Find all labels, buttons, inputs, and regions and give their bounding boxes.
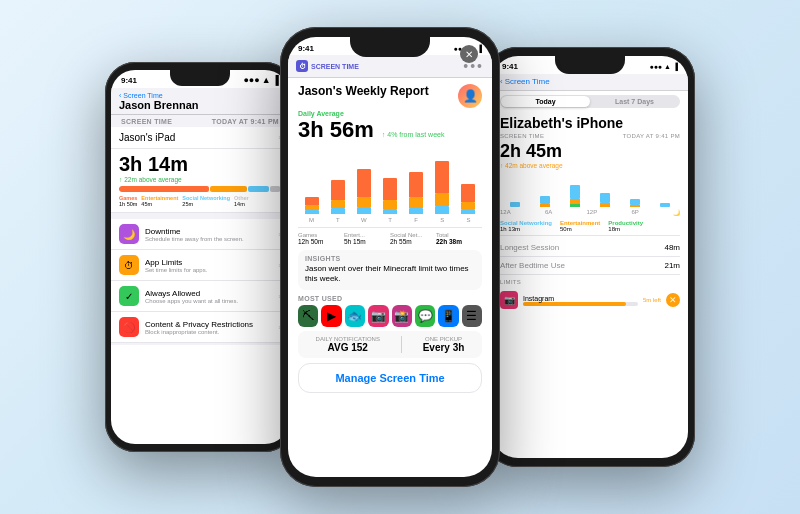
bar-thursday-stack	[378, 178, 401, 214]
close-button[interactable]: ✕	[460, 45, 478, 63]
day-t2: T	[378, 217, 401, 223]
time-12a: 12A	[500, 209, 511, 216]
time-moon-icon: 🌙	[673, 209, 680, 216]
left-nav-bar: ‹ Screen Time Jason Brennan	[111, 88, 289, 115]
app-minecraft: ⛏	[298, 305, 318, 327]
limit-bar-fill	[523, 302, 626, 306]
app-icons-row: ⛏ ▶ 🐟 📷 📸 💬 📱 ☰	[298, 305, 482, 327]
notif-avg-value: AVG 152	[316, 342, 380, 353]
right-bar-6	[651, 203, 680, 207]
right-phone: 9:41 ●●● ▲ ▐ ‹ Screen Time Today Last 7 …	[485, 47, 695, 467]
after-bedtime-value: 21m	[664, 261, 680, 270]
right-bar-seg1	[510, 202, 520, 207]
bar-social	[383, 209, 397, 214]
app-limits-icon: ⏱	[119, 255, 139, 275]
right-bar-seg4	[600, 193, 610, 203]
usage-bar	[119, 186, 281, 192]
stat-ent: Entertainment 50m	[560, 220, 600, 232]
bar-sunday	[457, 184, 480, 214]
right-bar-5	[621, 199, 650, 207]
screen-time-label-text: SCREEN TIME	[311, 63, 359, 70]
daily-avg-row: 3h 56m ↑ 4% from last week	[298, 117, 482, 143]
insights-label: Insights	[305, 255, 475, 262]
content-privacy-icon: 🚫	[119, 317, 139, 337]
bar-wednesday-stack	[352, 169, 375, 214]
bar-ent	[383, 200, 397, 209]
stat-games: Games 12h 50m	[298, 232, 344, 245]
most-used-label: Most Used	[298, 295, 482, 302]
longest-session-label: Longest Session	[500, 243, 559, 252]
center-time: 9:41	[298, 44, 314, 53]
divider	[401, 336, 402, 353]
notifications-row: Daily Notifications AVG 152 One Pickup E…	[298, 331, 482, 358]
bar-social	[331, 208, 345, 214]
day-w: W	[352, 217, 375, 223]
content-privacy-sub: Block inappropriate content.	[145, 329, 272, 335]
always-allowed-text: Always Allowed Choose apps you want at a…	[145, 289, 272, 304]
weekly-title: Jason's Weekly Report	[298, 84, 429, 98]
content-privacy-item[interactable]: 🚫 Content & Privacy Restrictions Block i…	[111, 312, 289, 343]
prod-time: 18m	[608, 226, 643, 232]
left-notch	[170, 70, 230, 86]
pct-change: ↑ 4% from last week	[382, 131, 445, 138]
instagram-limit-item: 📷 Instagram 5m left ✕	[500, 288, 680, 312]
signal-icon: ●●●	[243, 75, 259, 85]
battery-icon: ▐	[673, 63, 678, 70]
left-time: 9:41	[121, 76, 137, 85]
after-bedtime-row: After Bedtime Use 21m	[500, 257, 680, 275]
always-allowed-item[interactable]: ✓ Always Allowed Choose apps you want at…	[111, 281, 289, 312]
pickup-label: One Pickup	[423, 336, 465, 342]
app-limits-text: App Limits Set time limits for apps.	[145, 258, 272, 273]
app-instagram: 📷	[368, 305, 388, 327]
limit-bar-container: Instagram	[523, 295, 638, 306]
elizabeth-time: 2h 45m	[500, 141, 680, 162]
bar-social	[357, 207, 371, 214]
app-limits-item[interactable]: ⏱ App Limits Set time limits for apps. ›	[111, 250, 289, 281]
right-back-button[interactable]: ‹ Screen Time	[500, 77, 680, 86]
downtime-item[interactable]: 🌙 Downtime Schedule time away from the s…	[111, 219, 289, 250]
notif-avg: Daily Notifications AVG 152	[316, 336, 380, 353]
bar-saturday-stack	[431, 161, 454, 214]
ent-label: Entertainment 45m	[141, 195, 178, 207]
right-bar-1	[500, 202, 529, 207]
right-date: Today at 9:41 PM	[623, 133, 680, 139]
chart-days-row: M T W T F S S	[298, 217, 482, 223]
bar-social	[305, 210, 319, 214]
after-bedtime-label: After Bedtime Use	[500, 261, 565, 270]
battery-icon: ▐	[477, 45, 482, 52]
daily-avg-time: 3h 56m	[298, 117, 374, 143]
right-bar-seg5b	[630, 205, 640, 207]
social-time: 1h 13m	[500, 226, 552, 232]
left-phone: 9:41 ●●● ▲ ▐ ‹ Screen Time Jason Brennan…	[105, 62, 295, 452]
bar-games	[461, 184, 475, 202]
right-bar-2	[530, 196, 559, 207]
left-nav-title: Jason Brennan	[119, 99, 281, 111]
segment-last7[interactable]: Last 7 Days	[590, 96, 679, 107]
limits-section: LIMITS 📷 Instagram 5m left ✕	[500, 279, 680, 312]
time-12p: 12P	[587, 209, 598, 216]
settings-section: 🌙 Downtime Schedule time away from the s…	[111, 213, 289, 345]
manage-screen-time-button[interactable]: Manage Screen Time	[298, 363, 482, 393]
left-screen: 9:41 ●●● ▲ ▐ ‹ Screen Time Jason Brennan…	[111, 70, 289, 444]
limits-header: LIMITS	[500, 279, 680, 285]
day-t: T	[326, 217, 349, 223]
weekly-header: Jason's Weekly Report 👤	[298, 84, 482, 108]
bar-games	[383, 178, 397, 200]
phones-container: 9:41 ●●● ▲ ▐ ‹ Screen Time Jason Brennan…	[105, 27, 695, 487]
center-screen: 9:41 ●●● ▲ ▐ ✕ ⏱ SCREEN TIME •••	[288, 37, 492, 477]
app-limits-sub: Set time limits for apps.	[145, 267, 272, 273]
always-allowed-icon: ✓	[119, 286, 139, 306]
weekly-chart	[298, 149, 482, 214]
battery-icon: ▐	[273, 75, 279, 85]
app-5: 📸	[392, 305, 412, 327]
segment-today[interactable]: Today	[501, 96, 590, 107]
limit-name: Instagram	[523, 295, 638, 302]
right-bar-4	[591, 193, 620, 207]
left-back-nav[interactable]: ‹ Screen Time	[119, 92, 281, 99]
downtime-text: Downtime Schedule time away from the scr…	[145, 227, 272, 242]
bar-wednesday	[352, 169, 375, 214]
insights-section: Insights Jason went over their Minecraft…	[298, 250, 482, 290]
segment-control: Today Last 7 Days	[500, 95, 680, 108]
right-bar-seg3	[570, 185, 580, 199]
device-row[interactable]: Jason's iPad ›	[111, 127, 289, 149]
